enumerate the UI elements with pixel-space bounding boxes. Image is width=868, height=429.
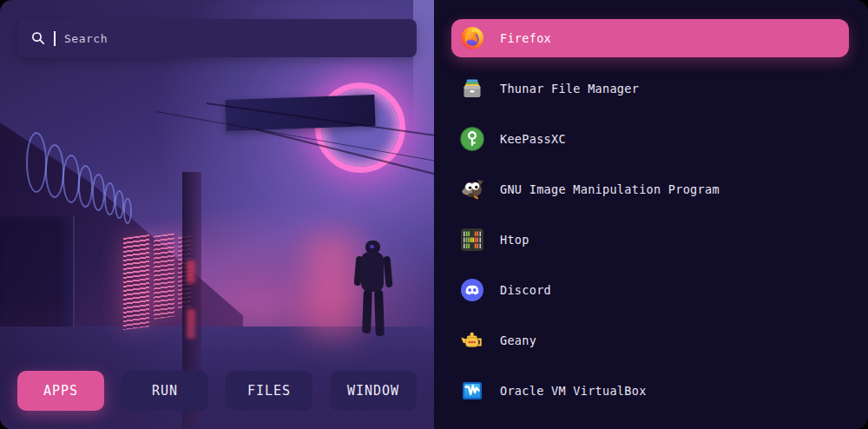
search-bar: [17, 19, 417, 57]
app-label: Discord: [500, 283, 551, 297]
tab-apps[interactable]: APPS: [17, 371, 104, 411]
wallpaper-scene: [0, 0, 434, 429]
keepassxc-icon: [460, 127, 484, 151]
tab-label: WINDOW: [347, 383, 399, 399]
app-list-item[interactable]: Thunar File Manager: [451, 69, 849, 108]
neon-ellipse: [104, 182, 115, 215]
search-icon: [31, 31, 45, 45]
app-list: Firefox Thunar File Manager KeePassXC GN…: [434, 0, 868, 429]
app-list-item[interactable]: Htop: [451, 221, 849, 259]
tab-run[interactable]: RUN: [122, 371, 208, 411]
app-list-item[interactable]: Geany: [451, 321, 849, 360]
neon-ellipse: [45, 144, 64, 198]
left-panel: APPS RUN FILES WINDOW: [0, 0, 434, 429]
neon-ellipse: [123, 198, 132, 224]
app-list-item[interactable]: GNU Image Manipulation Program: [451, 170, 849, 208]
tab-files[interactable]: FILES: [226, 371, 312, 411]
tab-label: APPS: [43, 383, 78, 399]
billboard: [225, 95, 375, 131]
app-list-item[interactable]: Firefox: [451, 19, 849, 57]
neon-ellipse: [92, 174, 105, 211]
app-label: Firefox: [500, 31, 551, 45]
tab-label: FILES: [247, 383, 291, 399]
firefox-icon: [460, 26, 484, 50]
neon-ellipse: [78, 165, 93, 208]
search-input[interactable]: [64, 32, 403, 45]
discord-icon: [460, 278, 484, 302]
app-list-item[interactable]: Oracle VM VirtualBox: [451, 372, 849, 410]
thunar-icon: [460, 76, 484, 101]
app-label: Oracle VM VirtualBox: [500, 384, 647, 398]
app-label: Geany: [500, 333, 536, 347]
geany-icon: [460, 328, 484, 353]
app-list-item[interactable]: Discord: [451, 271, 849, 309]
app-launcher-window: APPS RUN FILES WINDOW Firefox Thunar Fil…: [0, 0, 868, 429]
tab-window[interactable]: WINDOW: [330, 371, 417, 411]
tab-bar: APPS RUN FILES WINDOW: [17, 371, 417, 411]
neon-ellipse: [26, 132, 47, 193]
virtualbox-icon: [460, 379, 484, 403]
app-label: Htop: [500, 233, 529, 247]
building-light-edge: [413, 0, 434, 148]
text-caret: [54, 31, 56, 46]
app-list-item[interactable]: KeePassXC: [451, 120, 849, 158]
app-label: KeePassXC: [500, 132, 566, 146]
tab-label: RUN: [152, 383, 178, 399]
htop-icon: [460, 228, 484, 252]
neon-ellipse: [62, 155, 80, 203]
app-label: GNU Image Manipulation Program: [500, 182, 720, 196]
pole-light: [187, 261, 195, 283]
app-label: Thunar File Manager: [500, 82, 639, 96]
gimp-icon: [460, 177, 484, 201]
